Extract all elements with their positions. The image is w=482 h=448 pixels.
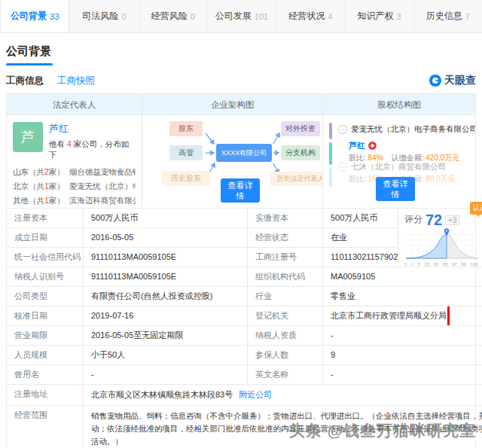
field-label: 曾用名 (7, 365, 84, 385)
registration-authority-cell: 北京市工商行政管理局顺义分局 (323, 306, 482, 326)
tab-operation-risk[interactable]: 经营风险 0 (139, 0, 207, 32)
field-value: 500万人民币 (84, 209, 248, 228)
field-label: 组织机构代码 (248, 267, 323, 287)
tab-label: 公司背景 (11, 10, 47, 23)
field-value: 110113021157902 (323, 248, 398, 267)
field-label: 核准日期 (7, 306, 84, 326)
company-center-node: XXXX有限公司 (216, 144, 272, 162)
equity-chart-detail-button[interactable]: 查看详情 (376, 177, 415, 201)
distribution-row: 其他（共1家） 滨海迈科商贸有限公司等 (13, 196, 136, 206)
field-label: 行业 (248, 287, 323, 306)
region-post: 家） (49, 196, 65, 205)
tab-count: 3 (396, 12, 401, 21)
history-legal-rep-node[interactable]: 历史法定代表人 (270, 172, 323, 186)
collapse-minus-icon[interactable]: − (338, 163, 347, 172)
equity-root-node: − 爱宠无忧（北京）电子商务有限公司 (338, 124, 475, 135)
region-companies-link[interactable]: 滨海迈科商贸有限公司等 (69, 196, 136, 206)
org-chart-detail-button[interactable]: 查看详情 (221, 178, 260, 203)
region-pre: 山东（共 (13, 167, 44, 176)
tab-intellectual-property[interactable]: 知识产权 3 (344, 0, 413, 32)
tab-judicial-risk[interactable]: 司法风险 0 (69, 0, 138, 32)
tab-count: 101 (255, 12, 268, 21)
tab-history-info[interactable]: 历史信息 7 (413, 0, 482, 32)
field-value: 2016-05-05 (84, 228, 248, 248)
col-header-legal-rep: 法定代表人 (7, 94, 142, 115)
tianyancha-eye-icon (429, 75, 441, 87)
field-value: 91110113MA0059105E (84, 267, 248, 287)
subtab-business-snapshot[interactable]: 工商快照 (57, 75, 95, 87)
field-value: 在业 (323, 228, 398, 248)
ratio-value: 84% (368, 154, 383, 162)
tab-company-background[interactable]: 公司背景 33 (0, 0, 69, 32)
branch-node[interactable]: 分支机构 (281, 145, 320, 160)
region-pre: 其他（共 (13, 196, 44, 205)
field-label: 纳税人资质 (248, 326, 323, 346)
region-pre: 北京（共 (13, 181, 44, 190)
legal-rep-name-link[interactable]: 芦红 (49, 122, 136, 136)
top-tab-bar: 公司背景 33 司法风险 0 经营风险 0 公司发展 101 经营状况 4 知识… (0, 0, 482, 33)
company-info-table: 法定代表人 企业架构图 股权结构图 芦 芦红 他有 4 家公司，分布如下 (6, 93, 476, 448)
score-label: 评分 (404, 213, 423, 227)
field-label: 工商注册号 (248, 248, 323, 267)
col-header-equity-chart: 股权结构图 (323, 94, 475, 115)
outbound-investment-node[interactable]: 对外投资 (281, 121, 320, 136)
nearby-companies-link[interactable]: 附近公司 (239, 385, 272, 405)
field-label: 注册地址 (7, 385, 84, 406)
tianyancha-logo-text: 天眼查 (444, 74, 476, 87)
score-bell-curve-chart (404, 228, 480, 260)
tab-count: 4 (328, 12, 332, 21)
field-label: 经营范围 (7, 406, 84, 448)
field-value: - (84, 365, 248, 385)
certified-badge: 认证后获得 (470, 202, 482, 215)
col-header-org-chart: 企业架构图 (142, 94, 323, 115)
field-value: - (323, 326, 482, 346)
title-underline (6, 63, 53, 66)
legal-rep-summary: 他有 4 家公司，分布如下 (49, 139, 136, 160)
tab-operation-status[interactable]: 经营状况 4 (276, 0, 344, 32)
business-scope-value: 销售宠物用品、饲料；信息咨询（不含中介服务）；货物进出口、代理进出口。（企业依法… (84, 406, 482, 448)
tab-label: 公司发展 (215, 10, 252, 23)
field-value: 2019-07-16 (84, 306, 248, 326)
field-label: 人员规模 (7, 346, 84, 365)
tab-count: 33 (50, 12, 59, 21)
tab-label: 经营状况 (288, 10, 325, 23)
shareholder-node[interactable]: 股东 (169, 121, 203, 136)
registration-authority-value: 北京市工商行政管理局顺义分局 (331, 311, 447, 320)
field-label: 公司类型 (7, 287, 84, 306)
equity-root-company[interactable]: 爱宠无忧（北京）电子商务有限公司 (351, 124, 475, 135)
field-label: 统一社会信用代码 (7, 248, 84, 267)
holder1-name-link[interactable]: 芦红 (349, 140, 365, 151)
summary-count: 4 (67, 139, 72, 148)
score-delta: +3 (445, 215, 459, 225)
collapse-minus-icon[interactable]: − (338, 125, 347, 134)
tianyancha-logo: 天眼查 (429, 74, 476, 87)
field-value: - (323, 365, 482, 385)
field-label: 英文名称 (248, 365, 323, 385)
field-label: 参保人数 (248, 346, 323, 365)
tab-label: 历史信息 (426, 10, 462, 23)
region-companies-link[interactable]: 烟台德益宠物食品销售...等 (69, 167, 136, 178)
registered-address-cell: 北京市顺义区木林镇顺焦路木林段83号 附近公司 (84, 385, 482, 406)
subtab-business-info[interactable]: 工商信息 (6, 75, 44, 87)
region-post: 家） (49, 167, 65, 176)
field-label: 经营状态 (248, 228, 323, 248)
root-accent-bar (329, 123, 332, 139)
field-value: 9 (323, 346, 482, 365)
tab-label: 经营风险 (151, 10, 188, 23)
distribution-row: 山东（共2家） 烟台德益宠物食品销售...等 (13, 167, 136, 178)
holder1-accent-bar (329, 142, 332, 165)
holder2-name-link[interactable]: 七沐（北京）商贸有限公司 (351, 162, 446, 172)
score-axis-labels: 01 515 5085 9799 100 (404, 261, 478, 267)
executive-node[interactable]: 高管 (169, 145, 203, 160)
legal-rep-cell: 芦 芦红 他有 4 家公司，分布如下 山东（共2家） 烟台德益宠物食品销售...… (7, 115, 142, 209)
equity-holder2: − 七沐（北京）商贸有限公司 (338, 162, 446, 172)
field-value: 有限责任公司(自然人投资或控股) (84, 287, 248, 306)
registered-address-value: 北京市顺义区木林镇顺焦路木林段83号 (91, 385, 233, 405)
history-shareholder-node[interactable]: 历史股东 (162, 171, 210, 186)
region-post: 家） (49, 181, 65, 190)
field-value: 小于50人 (84, 346, 248, 365)
field-label: 登记机关 (248, 306, 323, 326)
amount-label: 认缴金额: (392, 154, 424, 162)
region-companies-link[interactable]: 爱宠无忧（北京）电子...等 (69, 181, 136, 192)
tab-company-development[interactable]: 公司发展 101 (207, 0, 276, 32)
